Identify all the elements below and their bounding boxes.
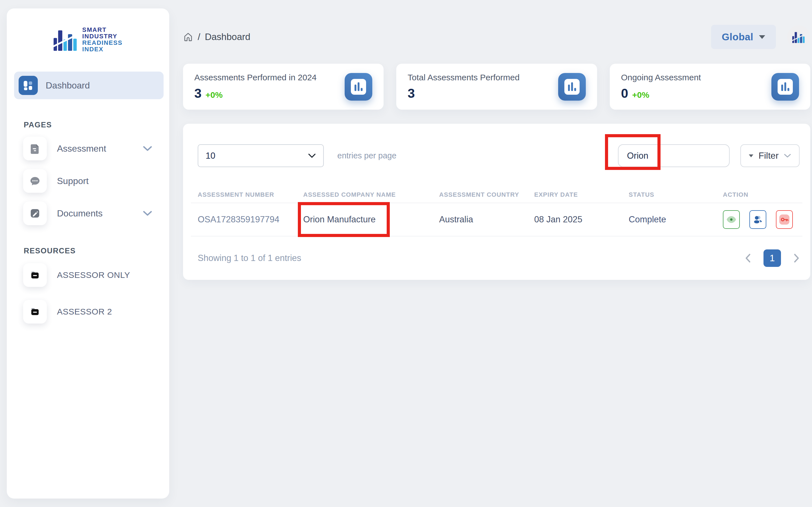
chevron-down-icon (143, 211, 152, 216)
chevron-down-icon (143, 146, 152, 151)
chevron-left-icon (745, 253, 751, 263)
breadcrumb-current: Dashboard (205, 32, 250, 42)
row-actions (723, 210, 802, 229)
folder-icon (23, 300, 47, 324)
caret-down-icon (759, 35, 765, 39)
table-row: OSA1728359197794 Orion Manufacture Austr… (191, 203, 802, 236)
cell-country: Australia (439, 215, 534, 225)
stat-card-ongoing-assessment: Ongoing Assessment 0 +0% (610, 64, 810, 110)
topbar: / Dashboard Global (183, 25, 810, 49)
logo-line: READINESS (82, 40, 123, 46)
sidebar-item-label: Documents (57, 208, 103, 219)
page-number-button[interactable]: 1 (763, 249, 781, 267)
stat-title: Ongoing Assessment (621, 73, 701, 82)
chevron-down-icon (308, 153, 316, 158)
logo-bars-icon (54, 27, 78, 51)
column-header: EXPIRY DATE (534, 191, 629, 199)
logo-line: INDEX (82, 46, 123, 52)
sidebar-item-assessment[interactable]: Assessment (23, 137, 164, 160)
bar-chart-icon (345, 73, 372, 101)
column-header: ASSESSED COMPANY NAME (303, 191, 439, 199)
chevron-right-icon (794, 253, 800, 263)
sidebar: SMART INDUSTRY READINESS INDEX Dashboard… (7, 8, 169, 499)
search-input[interactable] (618, 144, 730, 167)
stat-title: Total Assessments Performed (408, 73, 519, 82)
chevron-down-icon (784, 154, 791, 158)
logo-line: INDUSTRY (82, 33, 123, 40)
sidebar-item-support[interactable]: Support (23, 169, 164, 193)
column-header: STATUS (629, 191, 723, 199)
eye-icon (726, 216, 737, 223)
column-header: ASSESSMENT COUNTRY (439, 191, 534, 199)
file-icon (23, 137, 47, 160)
stat-value: 3 (408, 86, 415, 101)
sidebar-section-pages: PAGES (24, 121, 169, 129)
key-icon (779, 214, 790, 225)
region-selector-label: Global (722, 31, 753, 43)
entries-per-page-value: 10 (206, 151, 215, 161)
assign-user-button[interactable] (749, 210, 766, 229)
filter-label: Filter (758, 151, 778, 161)
view-button[interactable] (723, 210, 740, 229)
key-button[interactable] (776, 210, 793, 229)
user-icon (753, 215, 763, 224)
cell-expiry-date: 08 Jan 2025 (534, 215, 629, 225)
assessments-table-card: 10 entries per page Filter ASSESSMENT NU… (183, 124, 810, 280)
sidebar-item-label: Support (57, 176, 89, 186)
user-avatar[interactable] (787, 25, 810, 49)
sidebar-item-dashboard[interactable]: Dashboard (14, 71, 164, 99)
sidebar-item-assessor-only[interactable]: ASSESSOR ONLY (23, 263, 164, 287)
sidebar-section-resources: RESOURCES (24, 246, 169, 255)
sidebar-item-label: Assessment (57, 144, 106, 154)
chat-icon (23, 169, 47, 193)
bar-chart-icon (558, 73, 586, 101)
cell-company-name: Orion Manufacture (303, 215, 439, 225)
sidebar-item-label: ASSESSOR ONLY (57, 270, 130, 280)
dashboard-grid-icon (18, 76, 38, 95)
status-badge: Complete (629, 215, 723, 225)
stat-title: Assessments Performed in 2024 (194, 73, 317, 82)
app-logo: SMART INDUSTRY READINESS INDEX (7, 8, 169, 54)
table-summary: Showing 1 to 1 of 1 entries (198, 253, 301, 263)
pencil-icon (23, 202, 47, 225)
filter-caret-icon (749, 155, 753, 157)
stat-delta: +0% (206, 90, 223, 100)
stat-value: 3 (194, 86, 202, 101)
sidebar-item-label: Dashboard (46, 80, 90, 91)
table-header-row: ASSESSMENT NUMBER ASSESSED COMPANY NAME … (191, 187, 802, 203)
pagination: 1 (745, 249, 800, 267)
stat-value: 0 (621, 86, 628, 101)
folder-icon (23, 263, 47, 287)
stat-card-total-assessments: Total Assessments Performed 3 (396, 64, 597, 110)
logo-text: SMART INDUSTRY READINESS INDEX (82, 26, 123, 52)
entries-per-page-label: entries per page (337, 151, 397, 160)
region-selector-button[interactable]: Global (711, 25, 776, 49)
avatar-logo-icon (792, 31, 805, 43)
sidebar-item-documents[interactable]: Documents (23, 202, 164, 225)
logo-line: SMART (82, 26, 123, 33)
filter-button[interactable]: Filter (740, 144, 800, 167)
breadcrumb: / Dashboard (183, 32, 250, 42)
sidebar-item-assessor-2[interactable]: ASSESSOR 2 (23, 300, 164, 324)
cell-assessment-number: OSA1728359197794 (198, 215, 303, 225)
main-content: / Dashboard Global (183, 0, 810, 280)
breadcrumb-separator: / (198, 32, 200, 42)
column-header: ASSESSMENT NUMBER (198, 191, 303, 199)
home-icon[interactable] (183, 32, 193, 42)
stat-card-assessments-2024: Assessments Performed in 2024 3 +0% (183, 64, 384, 110)
bar-chart-icon (771, 73, 799, 101)
previous-page-button[interactable] (745, 253, 751, 263)
stats-row: Assessments Performed in 2024 3 +0% Tota… (183, 64, 810, 110)
column-header: ACTION (723, 191, 802, 199)
entries-per-page-select[interactable]: 10 (198, 144, 324, 167)
stat-delta: +0% (632, 90, 649, 100)
sidebar-item-label: ASSESSOR 2 (57, 307, 112, 317)
next-page-button[interactable] (794, 253, 800, 263)
